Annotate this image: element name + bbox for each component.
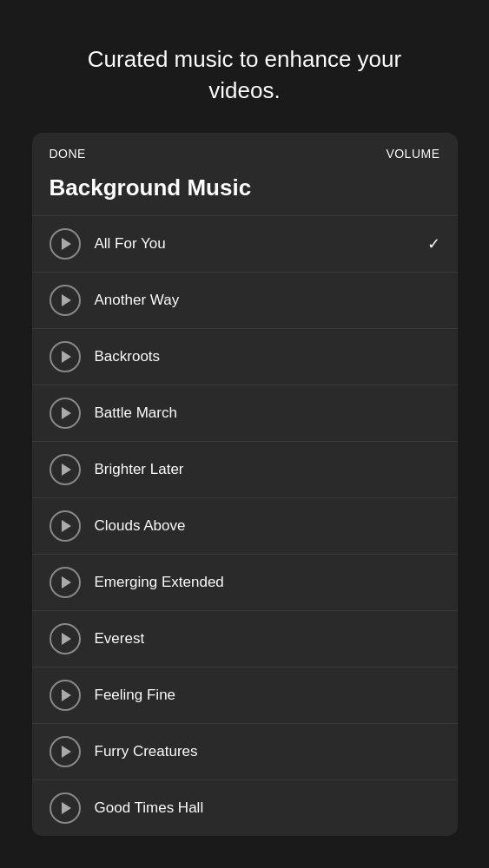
music-list-item-everest[interactable]: Everest [32, 610, 458, 667]
music-list-item-another-way[interactable]: Another Way [32, 272, 458, 328]
track-name-clouds-above: Clouds Above [95, 517, 186, 535]
play-button-emerging-extended[interactable] [50, 567, 81, 598]
volume-button[interactable]: VOLUME [386, 147, 439, 161]
play-icon [62, 633, 71, 645]
track-name-another-way: Another Way [95, 292, 180, 309]
track-name-furry-creatures: Furry Creatures [95, 743, 198, 760]
music-list-item-emerging-extended[interactable]: Emerging Extended [32, 554, 458, 610]
music-list-item-backroots[interactable]: Backroots [32, 328, 458, 385]
track-name-feeling-fine: Feeling Fine [95, 687, 176, 704]
play-icon [62, 464, 71, 476]
play-button-battle-march[interactable] [50, 398, 81, 429]
music-list-item-clouds-above[interactable]: Clouds Above [32, 497, 458, 554]
play-icon [62, 746, 71, 758]
play-button-furry-creatures[interactable] [50, 736, 81, 767]
play-button-all-for-you[interactable] [50, 228, 81, 260]
play-icon [62, 238, 71, 250]
track-name-all-for-you: All For You [95, 235, 166, 253]
music-list-item-all-for-you[interactable]: All For You✓ [32, 215, 458, 272]
music-list-item-brighter-later[interactable]: Brighter Later [32, 441, 458, 497]
track-name-battle-march: Battle March [95, 404, 177, 422]
page-subtitle: Curated music to enhance your videos. [0, 0, 489, 133]
music-list-item-battle-march[interactable]: Battle March [32, 385, 458, 441]
play-icon [62, 520, 71, 532]
background-music-panel: DONE VOLUME Background Music All For You… [32, 133, 458, 836]
play-button-backroots[interactable] [50, 341, 81, 372]
track-name-everest: Everest [95, 630, 145, 648]
play-button-brighter-later[interactable] [50, 454, 81, 485]
play-icon [62, 407, 71, 419]
selected-checkmark: ✓ [427, 234, 440, 253]
track-name-backroots: Backroots [95, 348, 161, 365]
music-list: All For You✓Another WayBackrootsBattle M… [32, 215, 458, 836]
play-icon [62, 689, 71, 701]
music-list-item-furry-creatures[interactable]: Furry Creatures [32, 723, 458, 779]
play-icon [62, 576, 71, 589]
panel-title: Background Music [32, 168, 458, 215]
track-name-emerging-extended: Emerging Extended [95, 574, 224, 591]
play-button-good-times-hall[interactable] [50, 792, 81, 824]
play-icon [62, 802, 71, 814]
play-icon [62, 351, 71, 363]
play-button-feeling-fine[interactable] [50, 680, 81, 711]
play-icon [62, 294, 71, 306]
track-name-brighter-later: Brighter Later [95, 461, 184, 478]
music-list-item-good-times-hall[interactable]: Good Times Hall [32, 779, 458, 836]
play-button-another-way[interactable] [50, 285, 81, 316]
track-name-good-times-hall: Good Times Hall [95, 799, 204, 817]
play-button-everest[interactable] [50, 623, 81, 654]
music-list-item-feeling-fine[interactable]: Feeling Fine [32, 667, 458, 723]
done-button[interactable]: DONE [50, 147, 86, 161]
panel-header: DONE VOLUME [32, 133, 458, 168]
play-button-clouds-above[interactable] [50, 510, 81, 542]
